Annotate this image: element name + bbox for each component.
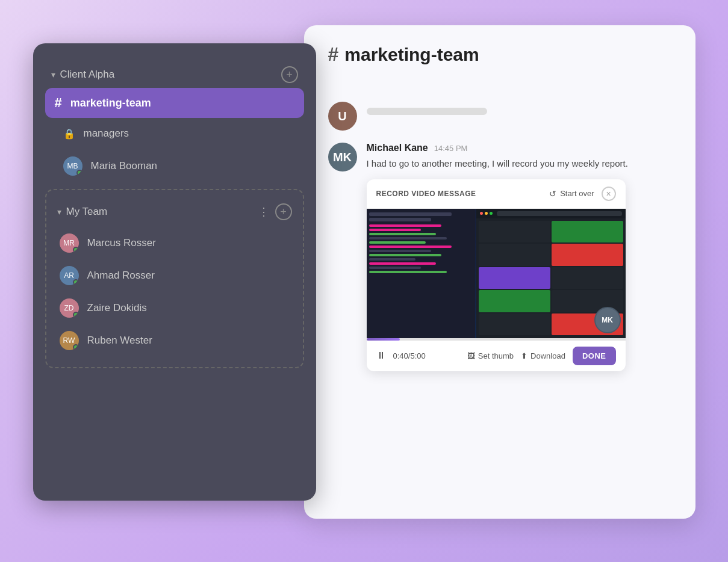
message-area: U MK Michael Kane 14:45 PM I had to go t… xyxy=(328,96,671,389)
member-name: Ahmad Rosser xyxy=(87,270,155,282)
managers-label: managers xyxy=(84,128,129,140)
hash-icon: # xyxy=(55,95,62,111)
video-preview-inner: MK xyxy=(367,209,626,338)
message-timestamp: 14:45 PM xyxy=(434,144,468,153)
more-options-icon[interactable]: ⋮ xyxy=(258,205,269,218)
client-alpha-header: ▾ Client Alpha + xyxy=(45,61,304,88)
time-display: 0:40/5:00 xyxy=(393,351,426,360)
status-online-dot xyxy=(73,279,79,285)
channel-hash-icon: # xyxy=(328,43,339,66)
start-over-label: Start over xyxy=(560,189,594,198)
download-icon: ⬆ xyxy=(521,351,527,360)
avatar: MK xyxy=(328,143,357,171)
member-marcus[interactable]: MR Marcus Rosser xyxy=(55,227,294,259)
avatar: RW xyxy=(60,331,79,350)
start-over-button[interactable]: ↺ Start over xyxy=(549,189,594,199)
status-online-dot xyxy=(76,170,82,176)
sidebar: ▾ Client Alpha + # marketing-team 🔒 mana… xyxy=(33,43,316,501)
video-card-header: RECORD VIDEO MESSAGE ↺ Start over × xyxy=(367,179,626,209)
video-progress-fill xyxy=(367,338,400,341)
managers-channel[interactable]: 🔒 managers xyxy=(45,120,304,147)
chevron-icon[interactable]: ▾ xyxy=(51,70,55,79)
record-label: RECORD VIDEO MESSAGE xyxy=(376,190,476,198)
sender-name: Michael Kane xyxy=(367,143,428,153)
add-channel-button[interactable]: + xyxy=(281,66,298,83)
member-name: Zaire Dokidis xyxy=(87,302,147,314)
channel-title: marketing-team xyxy=(344,45,479,65)
member-zaire[interactable]: ZD Zaire Dokidis xyxy=(55,292,294,324)
status-online-dot xyxy=(73,312,79,318)
avatar: MR xyxy=(60,233,79,253)
set-thumb-label: Set thumb xyxy=(478,351,514,360)
my-team-header: ▾ My Team ⋮ + xyxy=(55,200,294,227)
my-team-section: ▾ My Team ⋮ + MR Marcus Rosser AR xyxy=(45,189,304,368)
message-content: Michael Kane 14:45 PM I had to go to ano… xyxy=(367,143,671,371)
video-controls: ⏸ 0:40/5:00 🖼 Set thumb ⬆ Download xyxy=(367,341,626,371)
marketing-team-channel[interactable]: # marketing-team xyxy=(45,88,304,118)
add-member-button[interactable]: + xyxy=(275,203,292,220)
member-name: Ruben Wester xyxy=(87,335,152,347)
my-team-chevron-icon[interactable]: ▾ xyxy=(57,207,61,217)
skeleton-message: U xyxy=(328,102,671,131)
avatar: AR xyxy=(60,266,79,285)
video-message-card: RECORD VIDEO MESSAGE ↺ Start over × xyxy=(367,179,626,371)
avatar: MB xyxy=(63,156,82,176)
channel-name-label: marketing-team xyxy=(70,97,151,110)
download-label: Download xyxy=(530,351,565,360)
pause-button[interactable]: ⏸ xyxy=(376,350,386,361)
my-team-title: My Team xyxy=(66,206,108,218)
message-content xyxy=(367,102,671,115)
maria-booman-channel[interactable]: MB Maria Booman xyxy=(45,149,304,183)
set-thumb-button[interactable]: 🖼 Set thumb xyxy=(467,351,514,360)
message-meta: Michael Kane 14:45 PM xyxy=(367,143,671,153)
member-ahmad[interactable]: AR Ahmad Rosser xyxy=(55,260,294,291)
lock-icon: 🔒 xyxy=(63,128,75,140)
video-preview: MK xyxy=(367,209,626,338)
status-online-dot xyxy=(73,247,79,253)
chat-panel: # marketing-team U MK xyxy=(304,25,695,519)
download-button[interactable]: ⬆ Download xyxy=(521,351,565,360)
skeleton-line xyxy=(367,108,487,115)
maria-booman-label: Maria Booman xyxy=(91,160,158,172)
image-icon: 🖼 xyxy=(467,351,475,360)
status-online-dot xyxy=(73,344,79,350)
avatar: U xyxy=(328,102,357,131)
avatar: ZD xyxy=(60,298,79,318)
refresh-icon: ↺ xyxy=(549,189,556,199)
video-progress-bar[interactable] xyxy=(367,338,626,341)
member-name: Marcus Rosser xyxy=(87,237,156,249)
michael-kane-message: MK Michael Kane 14:45 PM I had to go to … xyxy=(328,143,671,371)
client-alpha-section: ▾ Client Alpha + # marketing-team 🔒 mana… xyxy=(45,61,304,183)
message-text: I had to go to another meeting, I will r… xyxy=(367,157,671,171)
close-video-button[interactable]: × xyxy=(602,187,616,201)
done-button[interactable]: DONE xyxy=(573,347,616,365)
member-ruben[interactable]: RW Ruben Wester xyxy=(55,325,294,356)
chat-header: # marketing-team xyxy=(328,43,671,78)
client-alpha-title: Client Alpha xyxy=(60,69,115,81)
